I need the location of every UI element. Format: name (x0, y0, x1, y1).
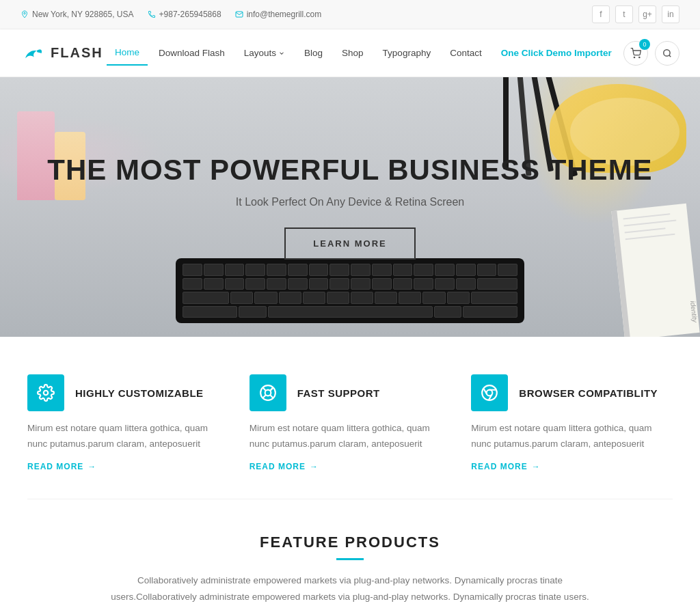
read-more-2[interactable]: READ MORE → (250, 462, 451, 471)
feature-text-3: Mirum est notare quam littera gothica, q… (471, 421, 673, 452)
nav-actions: 0 (623, 41, 679, 66)
nav-layouts[interactable]: Layouts (236, 41, 293, 65)
feature-header-3: BROWSER COMPATIBLITY (471, 374, 673, 411)
nav-typography[interactable]: Typography (375, 41, 440, 65)
svg-line-11 (262, 395, 266, 398)
support-icon (259, 384, 277, 402)
logo-bird-icon (21, 41, 45, 66)
hero-subtitle: It Look Perfect On Any Device & Retina S… (47, 196, 652, 208)
phone-icon (148, 10, 156, 18)
feature-title-1: HIGHLY CUSTOMIZABLE (75, 387, 204, 399)
features-section: HIGHLY CUSTOMIZABLE Mirum est notare qua… (0, 337, 700, 499)
location-info: New York, NY 928865, USA (21, 10, 134, 19)
cart-badge: 0 (639, 39, 650, 50)
read-more-1[interactable]: READ MORE → (27, 462, 229, 471)
arrow-right-icon-2: → (310, 462, 319, 471)
chevron-down-icon (278, 50, 285, 57)
svg-point-2 (664, 49, 670, 55)
svg-line-3 (669, 55, 671, 57)
email-icon (235, 10, 243, 18)
feature-title-3: BROWSER COMPATIBLITY (519, 387, 658, 399)
cart-icon (630, 48, 641, 59)
feature-icon-2 (250, 374, 286, 411)
feature-customizable: HIGHLY CUSTOMIZABLE Mirum est notare qua… (27, 374, 229, 471)
social-icons: f t g+ in (592, 5, 679, 23)
feature-icon-1 (27, 374, 64, 411)
nav-contact[interactable]: Contact (442, 41, 490, 65)
svg-point-1 (639, 57, 640, 57)
feature-browser: BROWSER COMPATIBLITY Mirum est notare qu… (471, 374, 673, 471)
feature-support: FAST SUPPORT Mirum est notare quam litte… (250, 374, 451, 471)
nav-home[interactable]: Home (107, 40, 148, 66)
hero-title: THE MOST POWERFUL BUSINESS THEME (47, 154, 652, 186)
nav-blog[interactable]: Blog (296, 41, 331, 65)
main-header: FLASH Home Download Flash Layouts Blog S… (0, 29, 700, 77)
feature-text-1: Mirum est notare quam littera gothica, q… (27, 421, 229, 452)
feature-header-2: FAST SUPPORT (250, 374, 451, 411)
svg-point-6 (265, 390, 271, 396)
logo-text: FLASH (51, 45, 103, 61)
svg-line-8 (270, 395, 273, 398)
learn-more-button[interactable]: LEARN MORE (284, 227, 415, 260)
top-bar-left: New York, NY 928865, USA +987-265945868 … (21, 10, 321, 19)
svg-line-7 (262, 387, 266, 391)
products-description: Collaboratively administrate empowered m… (111, 572, 589, 606)
feature-title-2: FAST SUPPORT (297, 387, 380, 399)
gear-icon (37, 384, 55, 402)
search-button[interactable] (655, 41, 679, 66)
cart-button[interactable]: 0 (623, 41, 648, 66)
hero-content: THE MOST POWERFUL BUSINESS THEME It Look… (33, 154, 666, 259)
twitter-icon[interactable]: t (615, 5, 633, 23)
nav-shop[interactable]: Shop (334, 41, 372, 65)
read-more-3[interactable]: READ MORE → (471, 462, 673, 471)
nav-demo-importer[interactable]: One Click Demo Importer (493, 41, 620, 65)
hero-section: identity THE MOST POWERFUL BUSINESS THEM… (0, 77, 700, 337)
email-info: info@themegrill.com (235, 10, 322, 19)
browser-icon (481, 384, 498, 402)
top-bar: New York, NY 928865, USA +987-265945868 … (0, 0, 700, 29)
location-icon (21, 10, 29, 18)
feature-header-1: HIGHLY CUSTOMIZABLE (27, 374, 229, 411)
feature-text-2: Mirum est notare quam littera gothica, q… (250, 421, 451, 452)
svg-point-0 (634, 57, 634, 57)
linkedin-icon[interactable]: in (662, 5, 679, 23)
main-nav: Home Download Flash Layouts Blog Shop Ty… (107, 40, 620, 66)
googleplus-icon[interactable]: g+ (638, 5, 656, 23)
arrow-right-icon: → (88, 462, 96, 471)
facebook-icon[interactable]: f (592, 5, 610, 23)
svg-line-10 (270, 388, 273, 391)
logo[interactable]: FLASH (21, 41, 103, 66)
products-divider (336, 558, 364, 560)
nav-download-flash[interactable]: Download Flash (150, 41, 233, 65)
svg-point-4 (44, 391, 49, 396)
phone-info: +987-265945868 (148, 10, 221, 19)
keyboard-decoration (176, 258, 524, 323)
products-section: FEATURE PRODUCTS Collaboratively adminis… (0, 499, 700, 608)
products-title: FEATURE PRODUCTS (27, 534, 673, 551)
arrow-right-icon-3: → (532, 462, 541, 471)
feature-icon-3 (471, 374, 508, 411)
search-icon (662, 49, 672, 58)
